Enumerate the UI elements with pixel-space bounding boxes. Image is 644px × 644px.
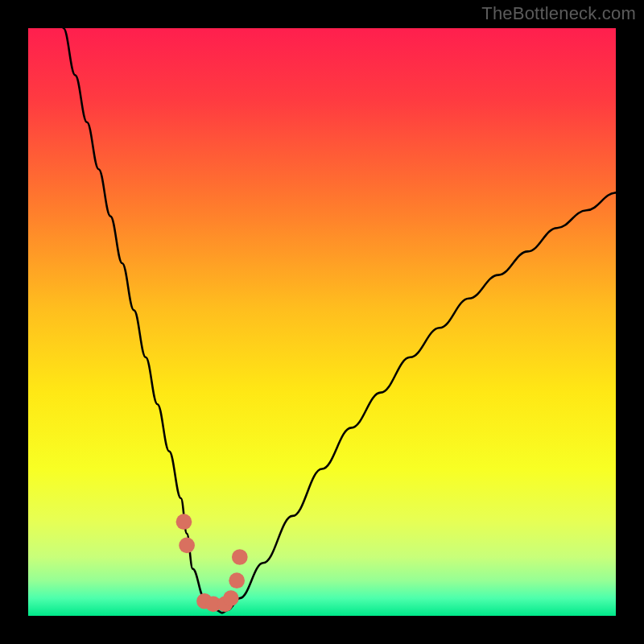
watermark-text: TheBottleneck.com	[481, 3, 636, 24]
marker-group	[176, 514, 248, 612]
highlight-marker	[232, 549, 248, 565]
highlight-marker	[179, 538, 195, 554]
chart-frame: TheBottleneck.com	[0, 0, 644, 644]
highlight-marker	[223, 590, 239, 606]
curve-layer	[28, 28, 616, 616]
highlight-marker	[229, 572, 245, 588]
highlight-marker	[176, 514, 192, 530]
bottleneck-curve	[64, 28, 616, 613]
plot-area	[28, 28, 616, 616]
